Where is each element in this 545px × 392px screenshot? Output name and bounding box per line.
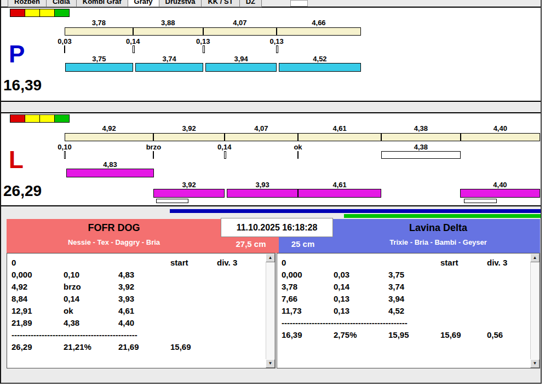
split-segment [65,133,153,141]
tab-dz[interactable]: DZ [239,0,262,7]
table-cell [487,281,530,293]
table-cell: 11,73 [282,305,334,317]
tab-dru-stva[interactable]: Družstva [159,0,202,7]
table-cell: 4,83 [118,269,170,281]
table-row: 7,660,133,94 [282,293,530,305]
status-light [54,114,70,123]
table-cell: 7,66 [282,293,334,305]
table-cell: 3,94 [388,293,440,305]
status-light [54,9,70,17]
status-light [10,9,25,17]
table-cell: 15,95 [388,329,440,341]
table-row: 0,0000,033,75 [282,269,530,281]
right-table-scrollbar[interactable]: ▲ ▼ [530,253,540,368]
table-row: 0startdiv. 3 [12,257,266,269]
table-cell: 26,29 [12,341,64,353]
tab--idla[interactable]: Čidla [46,0,77,7]
table-cell: 0,10 [64,269,118,281]
table-cell: 4,38 [64,317,118,329]
table-cell [217,293,266,305]
table-cell [217,281,266,293]
progress-bar [344,214,541,218]
table-cell [217,305,266,317]
split-segment [153,133,224,141]
scroll-track[interactable] [266,262,275,359]
lane-letter: L [9,146,24,174]
table-cell [170,293,217,305]
table-cell: 4,92 [12,281,64,293]
split-segment [225,133,298,141]
split-time-label: 4,40 [461,124,540,132]
run-time-label: 4,40 [460,181,540,189]
team-right-jump-height: 25 cm [282,239,324,249]
run-bar [65,63,133,72]
gap-tick [276,45,278,53]
left-table-scrollbar[interactable]: ▲ ▼ [266,253,275,368]
split-time-label: 3,78 [65,19,133,27]
scroll-track[interactable] [530,262,540,359]
tab-kombi-graf[interactable]: Kombi Graf [76,0,128,7]
tab-rozb-h[interactable]: Rozběh [8,0,47,7]
run-bar [135,63,203,72]
table-cell: 3,92 [118,281,170,293]
table-cell: brzo [64,281,118,293]
table-cell: 3,75 [388,269,440,281]
tab-bar: RozběhČidlaKombi GrafGrafyDružstvaKK / S… [8,0,261,7]
run-bar [153,189,224,198]
scroll-down-icon[interactable]: ▼ [266,359,275,368]
table-cell [334,257,388,269]
split-segment [277,27,361,36]
table-cell [440,269,487,281]
table-cell: 0,14 [334,281,388,293]
table-rule-row: ----------------------------------------… [12,329,266,341]
table-cell: 0,000 [282,269,334,281]
status-light [25,114,40,123]
split-time-label: 3,88 [133,19,203,27]
status-lights [10,114,69,123]
run-time-label: 4,52 [279,55,360,63]
scroll-up-icon[interactable]: ▲ [530,253,540,262]
table-cell: 0,56 [487,329,530,341]
blank-toolbar-button[interactable] [290,0,308,7]
team-right-name: Lavina Delta [336,222,540,234]
lane-panel-p: P 16,39 3,783,884,074,660,030,140,130,13… [1,7,541,102]
run-time-label: 3,93 [227,181,298,189]
table-cell: start [440,257,487,269]
table-row: 0,0000,104,83 [12,269,266,281]
tab-grafy[interactable]: Grafy [128,0,159,7]
gap-label: 0,13 [190,37,217,45]
run-bar [279,63,360,72]
split-time-label: 3,92 [153,124,224,132]
table-row: 21,894,384,40 [12,317,266,329]
marker-box [464,199,496,203]
team-right-dogs: Trixie - Bria - Bambi - Geyser [336,238,540,246]
gap-tick [203,45,205,53]
table-cell: 8,84 [12,293,64,305]
marker-box [156,199,188,203]
run-bar [227,189,298,198]
table-cell: 15,69 [170,341,217,353]
table-row: 16,392,75%15,9515,690,56 [282,329,530,341]
gap-tick [224,151,227,159]
team-left-dogs: Nessie - Tex - Daggry - Bria [7,238,221,246]
table-cell: 21,21% [64,341,118,353]
table-rule-row: ----------------------------------------… [282,317,530,329]
table-cell: 0 [282,257,334,269]
scroll-down-icon[interactable]: ▼ [530,359,540,368]
right-table-body: 0startdiv. 30,0000,033,753,780,143,747,6… [277,253,530,368]
table-cell: 4,61 [118,305,170,317]
table-cell: div. 3 [487,257,530,269]
scroll-up-icon[interactable]: ▲ [266,253,275,262]
gap-tick [133,45,135,53]
run-bar [205,63,277,72]
gap-label: 0,14 [211,143,238,151]
status-lights [10,9,69,17]
split-time-label: 4,07 [203,19,277,27]
table-cell: 21,89 [12,317,64,329]
table-cell [440,281,487,293]
lane-total-time: 26,29 [3,182,42,200]
tab-kk-st[interactable]: KK / ST [201,0,239,7]
run-bar [66,169,153,177]
table-cell [217,317,266,329]
table-cell: 16,39 [282,329,334,341]
